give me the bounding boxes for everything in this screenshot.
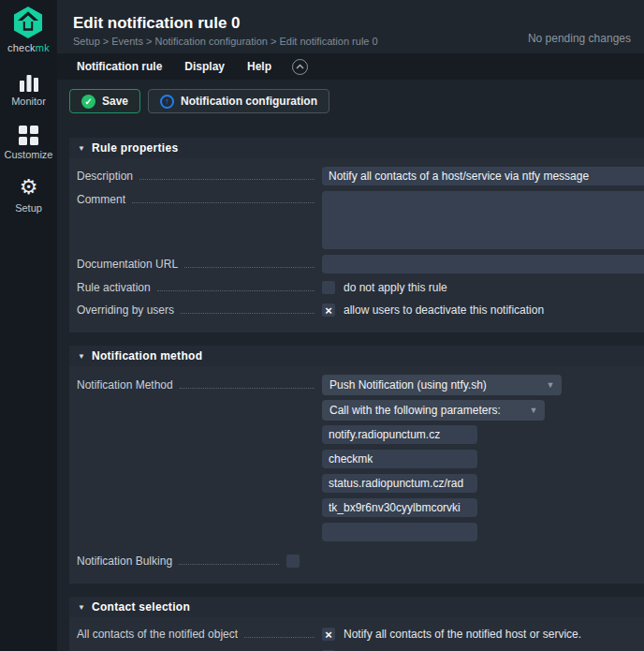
- form-row-description: Description: [77, 167, 644, 185]
- section-header-rule-properties[interactable]: ▼ Rule properties: [69, 138, 644, 158]
- save-button-label: Save: [102, 95, 128, 108]
- field-label: Notification Method: [77, 378, 173, 392]
- field-label: Description: [77, 170, 133, 183]
- overriding-checkbox[interactable]: ×: [322, 303, 335, 317]
- notification-configuration-label: Notification configuration: [181, 95, 317, 108]
- page-title: Edit notification rule 0: [73, 13, 378, 34]
- form-row-overriding: Overriding by users × allow users to dea…: [77, 302, 644, 318]
- selected-option: Push Notification (using ntfy.sh): [329, 378, 487, 392]
- form-row-notification-method: Notification Method Push Notification (u…: [77, 375, 644, 547]
- form-row-comment: Comment: [77, 191, 644, 249]
- sidebar: checkmk Monitor Customize ⚙ Setup: [0, 0, 57, 651]
- sidebar-item-label: Customize: [5, 149, 53, 160]
- checkbox-label: allow users to deactivate this notificat…: [344, 303, 544, 317]
- parameter-input[interactable]: [322, 523, 477, 541]
- dotted-leader: [180, 379, 315, 389]
- breadcrumb[interactable]: Setup > Events > Notification configurat…: [73, 36, 378, 47]
- form-row-rule-activation: Rule activation × do not apply this rule: [77, 279, 644, 296]
- collapse-triangle-icon: ▼: [78, 603, 85, 612]
- checkbox-label: do not apply this rule: [344, 281, 447, 294]
- sidebar-item-monitor[interactable]: Monitor: [0, 69, 57, 107]
- method-mode-select[interactable]: Call with the following parameters: ▼: [322, 400, 545, 421]
- section-header-notification-method[interactable]: ▼ Notification method: [69, 346, 644, 366]
- sidebar-item-setup[interactable]: ⚙ Setup: [0, 176, 57, 214]
- section-notification-method: ▼ Notification method Notification Metho…: [69, 346, 644, 584]
- selected-option: Call with the following parameters:: [329, 404, 501, 417]
- sidebar-item-label: Setup: [15, 202, 42, 214]
- page-header: Edit notification rule 0 Setup > Events …: [57, 0, 644, 53]
- parameter-input[interactable]: [322, 474, 477, 493]
- section-header-contact-selection[interactable]: ▼ Contact selection: [69, 597, 644, 617]
- sidebar-item-label: Monitor: [11, 96, 46, 107]
- bar-chart-icon: [19, 69, 39, 92]
- parameter-input[interactable]: [322, 498, 477, 517]
- dotted-leader: [139, 170, 315, 180]
- dotted-leader: [157, 282, 315, 291]
- form-row-documentation-url: Documentation URL: [77, 255, 644, 274]
- notification-configuration-button[interactable]: ↑ Notification configuration: [148, 89, 329, 113]
- menubar: Notification rule Display Help: [57, 53, 644, 80]
- dotted-leader: [181, 304, 315, 314]
- notification-bulking-checkbox[interactable]: ×: [286, 555, 300, 568]
- method-select[interactable]: Push Notification (using ntfy.sh) ▼: [322, 375, 562, 395]
- form-row-all-contacts: All contacts of the notified object × No…: [77, 626, 644, 643]
- parameter-input[interactable]: [322, 450, 477, 468]
- check-circle-icon: ✓: [81, 95, 95, 109]
- description-input[interactable]: [322, 167, 644, 185]
- save-button[interactable]: ✓ Save: [69, 89, 140, 113]
- collapse-menubar-button[interactable]: [292, 59, 308, 75]
- all-contacts-checkbox[interactable]: ×: [322, 628, 335, 641]
- page-content: ✓ Save ↑ Notification configuration ▼ Ru…: [57, 80, 644, 651]
- dotted-leader: [184, 259, 315, 268]
- toolbar: ✓ Save ↑ Notification configuration: [69, 89, 644, 113]
- field-label: Notification Bulking: [77, 555, 172, 568]
- field-label: Rule activation: [77, 281, 151, 294]
- checkmk-logo[interactable]: checkmk: [7, 5, 50, 53]
- main-area: Edit notification rule 0 Setup > Events …: [57, 0, 644, 651]
- collapse-triangle-icon: ▼: [78, 144, 85, 153]
- parameter-input[interactable]: [322, 425, 477, 444]
- grid-icon: [19, 123, 38, 145]
- chevron-up-icon: [296, 64, 304, 69]
- checkmk-logo-text: checkmk: [7, 42, 50, 53]
- menu-help[interactable]: Help: [247, 60, 271, 73]
- field-label: All contacts of the notified object: [77, 628, 238, 641]
- field-label: Documentation URL: [77, 258, 178, 271]
- section-contact-selection: ▼ Contact selection All contacts of the …: [69, 597, 644, 651]
- section-title: Contact selection: [92, 600, 190, 614]
- menu-display[interactable]: Display: [184, 60, 225, 73]
- dotted-leader: [179, 555, 279, 565]
- gear-icon: ⚙: [20, 176, 38, 199]
- checkbox-label: Notify all contacts of the notified host…: [344, 628, 581, 641]
- pending-changes-status[interactable]: No pending changes: [528, 32, 631, 45]
- dotted-leader: [244, 629, 315, 638]
- dotted-leader: [132, 194, 315, 203]
- section-rule-properties: ▼ Rule properties Description Comment Do…: [69, 138, 644, 333]
- sidebar-item-customize[interactable]: Customize: [0, 123, 57, 160]
- section-title: Notification method: [92, 349, 202, 362]
- rule-activation-checkbox[interactable]: ×: [322, 281, 335, 294]
- comment-textarea[interactable]: [322, 191, 644, 249]
- field-label: Overriding by users: [77, 303, 174, 317]
- field-label: Comment: [77, 193, 125, 206]
- checkmk-logo-icon: [10, 5, 46, 40]
- form-row-notification-bulking: Notification Bulking ×: [77, 553, 644, 570]
- chevron-down-icon: ▼: [539, 375, 562, 395]
- menu-notification-rule[interactable]: Notification rule: [77, 60, 162, 73]
- documentation-url-input[interactable]: [322, 255, 644, 274]
- chevron-down-icon: ▼: [522, 400, 545, 421]
- section-title: Rule properties: [92, 141, 179, 155]
- arrow-up-circle-icon: ↑: [160, 95, 174, 109]
- collapse-triangle-icon: ▼: [78, 352, 85, 361]
